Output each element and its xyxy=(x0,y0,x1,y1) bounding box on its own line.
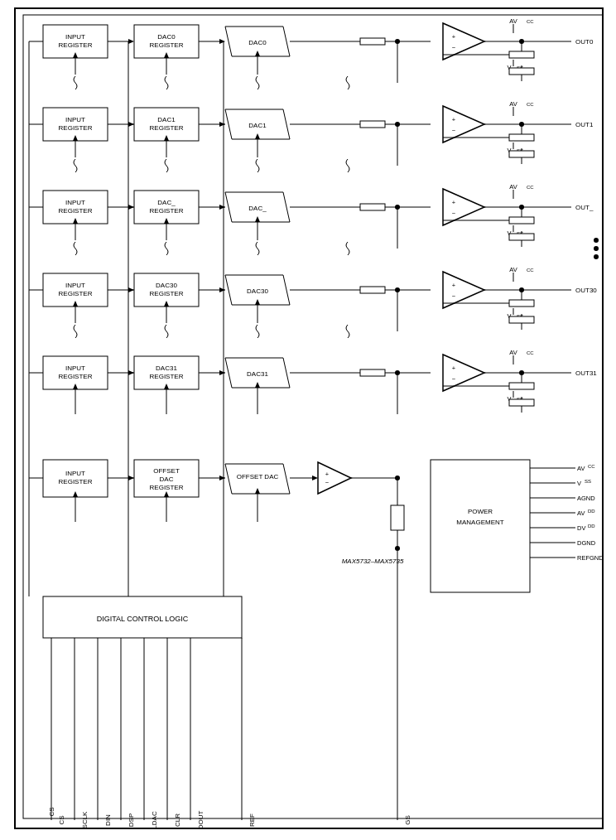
pin-dout-label: DOUT xyxy=(197,811,205,830)
pin-cs-label: CS xyxy=(58,815,65,824)
dac0reg-line1: DAC0 xyxy=(157,33,176,41)
ir31-line2: REGISTER xyxy=(59,373,93,380)
pin-clr-label: CLR xyxy=(174,813,181,827)
avcc31-sub: CC xyxy=(527,350,534,355)
pm-vss: V xyxy=(577,480,581,487)
svg-rect-83 xyxy=(509,217,534,224)
iroff-line2: REGISTER xyxy=(59,478,93,485)
pin-sclk-label: SCLK xyxy=(81,811,89,829)
opamp30-plus: + xyxy=(452,282,456,289)
out1-label: OUT1 xyxy=(575,121,594,128)
chip-name: MAX5732–MAX5735 xyxy=(342,558,404,565)
ir2-line2: REGISTER xyxy=(59,207,93,215)
svg-marker-167 xyxy=(312,476,318,480)
opamp1-plus: + xyxy=(452,116,456,123)
svg-rect-172 xyxy=(391,505,404,530)
dac0reg-line2: REGISTER xyxy=(150,41,184,49)
dac30reg-line1: DAC30 xyxy=(156,282,177,289)
dac1reg-line2: REGISTER xyxy=(150,124,184,132)
svg-marker-46 xyxy=(443,106,484,142)
diagram-container: INPUT REGISTER DAC0 REGISTER DAC0 + − AV… xyxy=(0,0,616,840)
pm-dvdd: DV xyxy=(577,524,585,532)
dac30reg-line2: REGISTER xyxy=(150,290,184,297)
svg-marker-77 xyxy=(443,189,484,225)
pm-avdd-sub: DD xyxy=(588,509,595,514)
svg-marker-142 xyxy=(443,355,484,391)
svg-marker-15 xyxy=(443,23,484,60)
opamp0-minus: − xyxy=(452,44,456,51)
pm-vss-sub: SS xyxy=(585,479,591,484)
svg-rect-119 xyxy=(509,316,534,323)
svg-point-174 xyxy=(395,546,400,551)
svg-rect-72 xyxy=(360,204,385,210)
svg-point-90 xyxy=(594,254,599,259)
pm-avcc-sub: CC xyxy=(588,464,595,469)
svg-point-89 xyxy=(594,246,599,251)
svg-rect-148 xyxy=(509,383,534,389)
iroff-line1: INPUT xyxy=(65,470,85,477)
pin-ldac-label: LDAC xyxy=(151,811,158,829)
avcc0-sub: CC xyxy=(527,19,534,24)
dac0-label: DAC0 xyxy=(248,39,267,46)
pin-gs-label: GS xyxy=(404,815,411,825)
power-mgmt-line2: MANAGEMENT xyxy=(456,519,503,526)
avcc1-sub: CC xyxy=(527,102,534,107)
ir31-line1: INPUT xyxy=(65,364,85,372)
offsetreg-line3: REGISTER xyxy=(150,484,184,491)
dac31reg-line1: DAC31 xyxy=(156,364,177,372)
offset-opamp-minus: − xyxy=(325,479,330,486)
svg-marker-6 xyxy=(219,39,225,44)
dacnreg-line2: REGISTER xyxy=(150,207,184,215)
pin-ref-label: REF xyxy=(248,813,256,827)
avcc31: AV xyxy=(509,349,517,356)
opampn-plus: + xyxy=(452,199,456,206)
dac31reg-line2: REGISTER xyxy=(150,373,184,380)
pm-agnd: AGND xyxy=(577,495,595,502)
avccn-sub: CC xyxy=(527,185,534,190)
ir30-line2: REGISTER xyxy=(59,290,93,297)
ir0-line2: REGISTER xyxy=(59,41,93,49)
dac1reg-line1: DAC1 xyxy=(157,116,176,123)
svg-rect-10 xyxy=(360,38,385,45)
digital-ctrl-label: DIGITAL CONTROL LOGIC xyxy=(97,615,189,623)
ir30-line1: INPUT xyxy=(65,282,85,289)
ir1-line1: INPUT xyxy=(65,116,85,123)
offsetreg-line2: DAC xyxy=(160,476,174,483)
outn-label: OUT_ xyxy=(575,204,594,211)
dac31-label: DAC31 xyxy=(247,370,268,378)
pin-cs: CS xyxy=(48,807,55,816)
pin-din-label: DIN xyxy=(104,814,112,826)
out30-label: OUT30 xyxy=(575,287,597,294)
offsetdac-label: OFFSET DAC xyxy=(237,473,279,480)
svg-marker-3 xyxy=(128,39,134,44)
svg-rect-21 xyxy=(509,51,534,58)
svg-rect-52 xyxy=(509,134,534,141)
pm-avdd: AV xyxy=(577,509,585,517)
pin-dsp-label: DSP xyxy=(128,813,135,827)
svg-rect-106 xyxy=(360,287,385,293)
svg-rect-117 xyxy=(509,300,534,307)
dacn-label: DAC_ xyxy=(248,205,267,212)
svg-rect-23 xyxy=(509,68,534,75)
opamp0-plus: + xyxy=(452,33,456,41)
ir2-line1: INPUT xyxy=(65,199,85,206)
svg-rect-41 xyxy=(360,121,385,128)
avcc0: AV xyxy=(509,17,517,25)
svg-rect-137 xyxy=(360,369,385,376)
ir0-line1: INPUT xyxy=(65,33,85,41)
opamp31-plus: + xyxy=(452,364,456,372)
opamp31-minus: − xyxy=(452,375,456,383)
offsetreg-line1: OFFSET xyxy=(153,467,180,475)
dacnreg-line1: DAC_ xyxy=(157,199,176,206)
svg-rect-54 xyxy=(509,151,534,157)
svg-point-88 xyxy=(594,238,599,243)
dac1-label: DAC1 xyxy=(248,122,267,129)
opamp30-minus: − xyxy=(452,292,456,300)
avcc30: AV xyxy=(509,266,517,273)
avcc30-sub: CC xyxy=(527,268,534,273)
pm-avcc: AV xyxy=(577,465,585,472)
opamp1-minus: − xyxy=(452,127,456,134)
avcc1: AV xyxy=(509,100,517,108)
dac30-label: DAC30 xyxy=(247,287,268,295)
pm-dvdd-sub: DD xyxy=(588,524,595,529)
